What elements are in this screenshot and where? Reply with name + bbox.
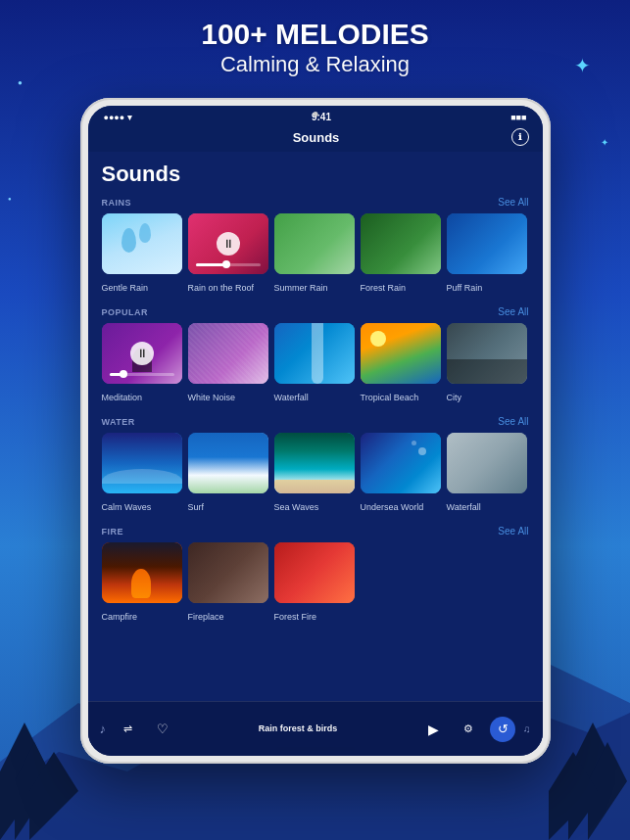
undersea-label: Undersea World xyxy=(361,502,424,512)
meditation-label: Meditation xyxy=(102,393,143,402)
list-item[interactable]: Campfire xyxy=(102,542,182,624)
sounds-scroll-view[interactable]: Sounds RAINS See All xyxy=(88,152,543,743)
waterfall-label: Waterfall xyxy=(274,393,309,402)
surf-label: Surf xyxy=(188,502,205,512)
fire-section: FIRE See All Campfire xyxy=(88,522,543,631)
list-item[interactable]: Summer Rain xyxy=(274,213,355,295)
list-item[interactable]: Sea Waves xyxy=(274,433,355,514)
list-item[interactable]: Waterfall xyxy=(274,323,355,404)
pause-overlay xyxy=(217,232,240,256)
music-note2-icon: ♫ xyxy=(523,723,531,734)
undersea-thumb[interactable] xyxy=(361,433,441,493)
puff-rain-thumb[interactable] xyxy=(447,213,527,274)
list-item[interactable]: City xyxy=(447,323,527,404)
meditation-thumb[interactable] xyxy=(102,323,182,384)
popular-see-all[interactable]: See All xyxy=(498,306,528,317)
puff-rain-label: Puff Rain xyxy=(447,283,483,293)
rains-section: RAINS See All Gentle Rain xyxy=(88,193,543,303)
water-see-all[interactable]: See All xyxy=(498,416,528,427)
shuffle-button[interactable]: ⇌ xyxy=(114,716,141,743)
water-section: WATER See All Calm Waves xyxy=(88,412,543,522)
info-button[interactable]: ℹ xyxy=(511,128,529,146)
nav-bar: Sounds ℹ xyxy=(88,124,543,152)
list-item[interactable]: Rain on the Roof xyxy=(188,213,268,295)
fire-section-title: FIRE xyxy=(102,527,124,537)
list-item[interactable]: Undersea World xyxy=(361,433,441,514)
white-noise-thumb[interactable] xyxy=(188,323,268,384)
waterfall2-thumb[interactable] xyxy=(447,433,527,493)
fire1-thumb[interactable] xyxy=(102,542,182,603)
forest-rain-label: Forest Rain xyxy=(361,283,407,293)
list-item[interactable]: White Noise xyxy=(188,323,268,404)
fire3-label: Forest Fire xyxy=(274,612,317,622)
summer-rain-thumb[interactable] xyxy=(274,213,355,274)
battery-indicator: ■■■ xyxy=(510,113,526,122)
sea-waves-thumb[interactable] xyxy=(274,433,355,493)
meditation-dot xyxy=(120,370,127,378)
list-item[interactable]: Tropical Beach xyxy=(361,323,441,404)
list-item[interactable]: Surf xyxy=(188,433,268,514)
app-title-line1: 100+ MELODIES xyxy=(0,18,630,50)
player-track-info: Rain forest & birds xyxy=(184,723,412,734)
tropical-thumb[interactable] xyxy=(361,323,441,384)
page-title: Sounds xyxy=(88,152,543,193)
rain-roof-label: Rain on the Roof xyxy=(188,283,255,293)
popular-section: POPULAR See All xyxy=(88,303,543,412)
eq-button[interactable]: ⚙ xyxy=(455,716,482,743)
calm-waves-thumb[interactable] xyxy=(102,433,182,493)
surf-thumb[interactable] xyxy=(188,433,268,493)
play-button[interactable]: ▶ xyxy=(419,716,447,743)
fire3-thumb[interactable] xyxy=(274,542,355,603)
list-item[interactable]: Puff Rain xyxy=(447,213,527,295)
white-noise-label: White Noise xyxy=(188,393,236,402)
nav-title: Sounds xyxy=(121,130,511,145)
app-subtitle: Calming & Relaxing xyxy=(0,52,630,77)
list-item[interactable]: Waterfall xyxy=(447,433,527,514)
mini-player: ♪ ⇌ ♡ Rain forest & birds ▶ ⚙ ↺ ♫ xyxy=(88,701,543,756)
progress-fill xyxy=(196,263,225,266)
waterfall2-label: Waterfall xyxy=(447,502,481,512)
fire-see-all[interactable]: See All xyxy=(498,526,528,537)
list-item[interactable]: Forest Rain xyxy=(361,213,441,295)
signal-indicator: ●●●● ▾ xyxy=(104,113,132,122)
rains-see-all[interactable]: See All xyxy=(498,197,528,208)
waterfall-thumb[interactable] xyxy=(274,323,355,384)
player-title: Rain forest & birds xyxy=(184,723,412,734)
fire-row: Campfire Fireplace Forest Fi xyxy=(88,542,543,624)
city-label: City xyxy=(447,393,462,402)
popular-section-title: POPULAR xyxy=(102,307,149,317)
list-item[interactable]: Forest Fire xyxy=(274,542,355,624)
list-item[interactable]: Fireplace xyxy=(188,542,268,624)
rain-roof-thumb[interactable] xyxy=(188,213,268,274)
rains-section-title: RAINS xyxy=(102,198,132,208)
gentle-rain-label: Gentle Rain xyxy=(102,283,149,293)
tropical-label: Tropical Beach xyxy=(361,393,419,402)
ipad-frame: ●●●● ▾ 9:41 ■■■ Sounds ℹ Sounds RAINS Se… xyxy=(80,98,551,764)
list-item[interactable]: Meditation xyxy=(102,323,182,404)
popular-row: Meditation White Noise xyxy=(88,323,543,404)
water-row: Calm Waves Surf xyxy=(88,433,543,514)
calm-waves-label: Calm Waves xyxy=(102,502,152,512)
water-section-title: WATER xyxy=(102,417,135,427)
list-item[interactable]: Gentle Rain xyxy=(102,213,182,295)
sea-waves-label: Sea Waves xyxy=(274,502,319,512)
meditation-pause-overlay xyxy=(130,342,154,365)
progress-bar xyxy=(196,263,261,266)
list-item[interactable]: Calm Waves xyxy=(102,433,182,514)
music-note-icon: ♪ xyxy=(100,722,107,736)
forest-rain-thumb[interactable] xyxy=(361,213,441,274)
progress-dot xyxy=(222,260,230,268)
city-thumb[interactable] xyxy=(447,323,527,384)
heart-button[interactable]: ♡ xyxy=(149,716,176,743)
summer-rain-label: Summer Rain xyxy=(274,283,328,293)
fire2-label: Fireplace xyxy=(188,612,224,622)
rains-row: Gentle Rain Rain on the Roof xyxy=(88,213,543,295)
loop-button[interactable]: ↺ xyxy=(490,717,515,742)
fire1-label: Campfire xyxy=(102,612,138,622)
meditation-progress xyxy=(110,373,174,376)
gentle-rain-thumb[interactable] xyxy=(102,213,182,274)
fire2-thumb[interactable] xyxy=(188,542,268,603)
